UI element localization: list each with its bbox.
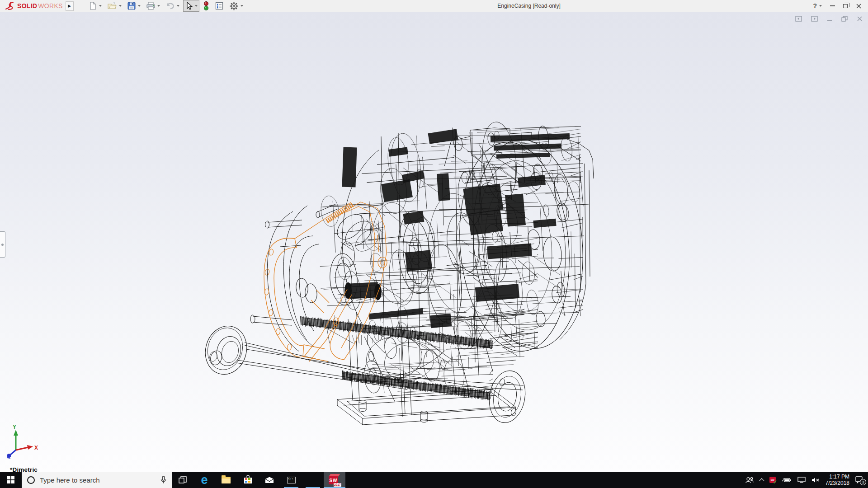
close-button-icon[interactable] — [856, 3, 862, 9]
save-button[interactable] — [125, 0, 142, 12]
people-icon[interactable] — [745, 477, 754, 483]
brand-works: WORKS — [38, 2, 62, 9]
command-prompt-icon: C:\ — [287, 477, 296, 483]
cortana-circle-icon — [27, 476, 35, 484]
taskbar-command-prompt[interactable]: C:\ — [280, 472, 302, 488]
minimize-button-icon[interactable] — [830, 5, 835, 6]
dropdown-caret[interactable] — [177, 5, 179, 7]
taskbar-edge[interactable]: e — [193, 472, 215, 488]
doc-restore-icon[interactable] — [841, 16, 848, 22]
taskbar-empty-space — [345, 472, 742, 488]
dropdown-caret[interactable] — [157, 5, 160, 7]
tray-date: 7/23/2018 — [826, 480, 849, 486]
view-orientation-label: *Dimetric — [10, 466, 38, 472]
file-properties-button[interactable] — [213, 0, 226, 12]
menu-expand-arrow-icon[interactable]: ▶ — [66, 1, 74, 11]
mail-icon — [265, 477, 274, 483]
taskbar-file-explorer[interactable] — [215, 472, 237, 488]
hexagon-app-icon — [308, 474, 318, 485]
solidworks-app-icon: SW 2017 — [329, 474, 340, 486]
options-button[interactable] — [227, 0, 245, 12]
taskbar-hexagon-app[interactable] — [302, 472, 324, 488]
taskbar-mail[interactable] — [259, 472, 280, 488]
open-button[interactable] — [105, 0, 123, 12]
system-tray: sw✓ 1:17 PM 7/23/2018 3 — [742, 472, 868, 488]
network-display-icon[interactable] — [797, 477, 806, 483]
cad-model-wireframe — [0, 12, 868, 472]
select-cursor-icon — [185, 1, 193, 10]
taskbar-clock[interactable]: 1:17 PM 7/23/2018 — [826, 474, 849, 486]
solidworks-tray-icon[interactable]: sw✓ — [769, 477, 776, 483]
doc-minimize-icon[interactable] — [827, 16, 832, 22]
dropdown-caret[interactable] — [819, 5, 822, 7]
orientation-triad: Y X — [5, 424, 42, 459]
dropdown-caret[interactable] — [195, 5, 198, 7]
select-tool-button[interactable] — [183, 0, 199, 12]
taskbar-search[interactable] — [22, 472, 172, 488]
search-input[interactable] — [40, 476, 156, 484]
solidworks-logo: SOLIDWORKS — [0, 1, 66, 11]
edge-icon: e — [201, 474, 208, 486]
document-title: EngineCasing [Read-only] — [245, 3, 813, 9]
action-center-button[interactable]: 3 — [855, 476, 863, 483]
standard-toolbar — [86, 0, 245, 12]
feature-panel-collapsed-tab[interactable] — [0, 231, 5, 258]
store-icon — [244, 477, 252, 483]
help-button[interactable]: ? — [813, 2, 822, 9]
microphone-icon[interactable] — [160, 476, 166, 484]
battery-charging-icon[interactable] — [782, 477, 792, 483]
taskbar-solidworks[interactable]: SW 2017 — [324, 472, 345, 488]
doc-close-icon[interactable] — [857, 16, 863, 22]
collapse-left-pane-icon[interactable] — [795, 16, 802, 22]
solidworks-logo-icon — [5, 1, 16, 11]
options-gear-icon — [229, 1, 239, 11]
check-icon: ✓ — [773, 479, 778, 485]
open-folder-icon — [107, 1, 117, 10]
brand-solid: SOLID — [17, 2, 37, 9]
collapse-right-pane-icon[interactable] — [811, 16, 818, 22]
task-view-icon — [179, 476, 187, 483]
window-controls: ? — [813, 2, 868, 9]
new-document-button[interactable] — [86, 0, 104, 12]
hidden-icons-chevron[interactable] — [759, 478, 764, 483]
notification-badge: 3 — [860, 479, 866, 485]
undo-icon — [165, 1, 175, 10]
print-button[interactable] — [144, 0, 162, 12]
print-icon — [146, 1, 156, 10]
document-window-controls — [795, 16, 863, 22]
start-button[interactable] — [0, 472, 22, 488]
taskbar-store[interactable] — [237, 472, 259, 488]
dropdown-caret[interactable] — [138, 5, 141, 7]
dropdown-caret[interactable] — [99, 5, 102, 7]
tray-time: 1:17 PM — [826, 474, 849, 480]
volume-muted-icon[interactable] — [811, 477, 820, 483]
windows-logo-icon — [7, 476, 14, 483]
triad-x-label: X — [34, 445, 38, 451]
save-floppy-icon — [127, 1, 136, 10]
dropdown-caret[interactable] — [119, 5, 122, 7]
file-explorer-icon — [222, 477, 231, 483]
task-view-button[interactable] — [172, 472, 193, 488]
restore-button-icon[interactable] — [843, 4, 848, 8]
windows-taskbar: e C:\ SW 2017 sw✓ — [0, 472, 868, 488]
rebuild-button[interactable] — [201, 0, 211, 12]
triad-y-label: Y — [13, 424, 16, 430]
undo-button[interactable] — [164, 0, 181, 12]
title-bar: SOLIDWORKS ▶ — [0, 0, 868, 12]
file-properties-icon — [215, 1, 224, 10]
dropdown-caret[interactable] — [241, 5, 243, 7]
graphics-viewport[interactable]: Y X *Dimetric — [0, 12, 868, 472]
panel-handle-dot — [1, 244, 4, 246]
rebuild-traffic-light-icon — [203, 1, 209, 11]
new-document-icon — [88, 1, 97, 10]
